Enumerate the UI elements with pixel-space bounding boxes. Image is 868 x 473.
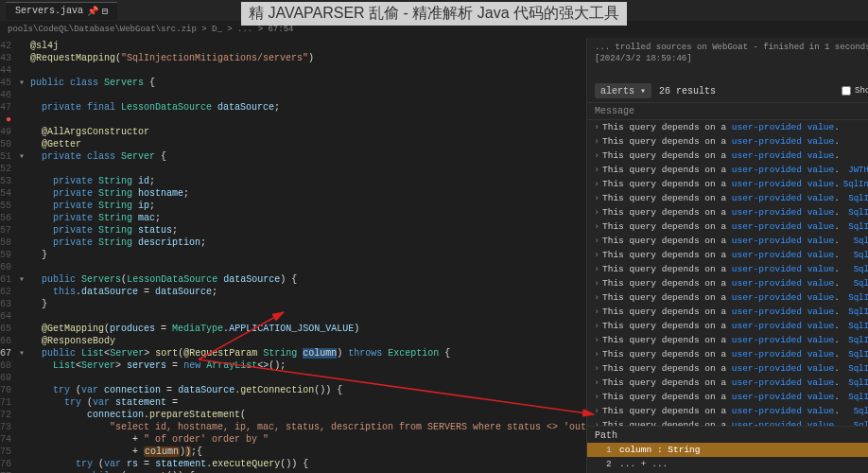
result-row[interactable]: › This query depends on a user-provided … xyxy=(587,361,868,376)
chevron-right-icon[interactable]: › xyxy=(591,250,602,260)
result-row[interactable]: › This query depends on a user-provided … xyxy=(587,276,868,290)
result-row[interactable]: › This query depends on a user-provided … xyxy=(587,219,868,234)
code-line[interactable]: + column));{ xyxy=(19,446,586,458)
chevron-right-icon[interactable]: › xyxy=(591,136,602,147)
code-line[interactable]: try (var connection = dataSource.getConn… xyxy=(19,384,586,396)
chevron-right-icon[interactable]: › xyxy=(591,122,602,132)
result-location[interactable]: SqlInjectionChallenge.java:65:54 xyxy=(840,180,868,189)
code-line[interactable]: try (var rs = statement.executeQuery()) … xyxy=(19,458,586,470)
close-icon[interactable]: ⊟ xyxy=(102,6,108,17)
result-row[interactable]: › This query depends on a user-provided … xyxy=(587,376,868,390)
result-row[interactable]: › This query depends on a user-provided … xyxy=(587,333,868,347)
result-location[interactable]: SqlInjectionLesson8.java:158:31 xyxy=(844,393,868,402)
code-line[interactable]: List<Server> servers = new ArrayList<>()… xyxy=(19,359,586,372)
code-line[interactable]: "select id, hostname, ip, mac, status, d… xyxy=(19,421,586,433)
results-list[interactable]: › This query depends on a user-provided … xyxy=(587,120,868,426)
chevron-right-icon[interactable]: › xyxy=(591,193,602,203)
result-location[interactable]: SqlInjectionLesson6a.java:74:52 xyxy=(844,208,868,218)
alerts-dropdown[interactable]: alerts ▾ xyxy=(595,83,651,98)
result-location[interactable]: SqlInjectionLesson5a.java:67:52 xyxy=(844,293,868,303)
code-line[interactable]: @AllArgsConstructor xyxy=(19,126,586,138)
result-row[interactable]: › This query depends on a user-provided … xyxy=(587,163,868,177)
result-location[interactable]: JWTHeaderKIDEndpoint.java:92:39 xyxy=(844,166,868,175)
code-line[interactable]: ▾ private class Server { xyxy=(19,150,586,163)
result-row[interactable]: › This query depends on a user-provided … xyxy=(587,418,868,426)
chevron-right-icon[interactable]: › xyxy=(591,349,602,359)
code-line[interactable]: this.dataSource = dataSource; xyxy=(19,286,586,298)
code-editor[interactable]: 424344454647●495051525354555657585960616… xyxy=(0,38,586,473)
result-row[interactable]: › This query depends on a user-provided … xyxy=(587,404,868,418)
chevron-right-icon[interactable]: › xyxy=(591,292,602,303)
result-row[interactable]: › This query depends on a user-provided … xyxy=(587,390,868,404)
code-line[interactable]: private String status; xyxy=(19,224,586,236)
result-row[interactable]: › This query depends on a user-provided … xyxy=(587,191,868,205)
path-row[interactable]: 2... + ...Servers.java:73:15 xyxy=(587,457,868,471)
result-row[interactable]: › This query depends on a user-provided … xyxy=(587,305,868,319)
code-line[interactable]: private String description; xyxy=(19,236,586,249)
path-row[interactable]: 1column : StringServers.java:67:28 xyxy=(587,443,868,457)
result-location[interactable]: SqlInjectionLesson8.java:158:31 xyxy=(844,350,868,359)
code-line[interactable] xyxy=(19,310,586,323)
chevron-right-icon[interactable]: › xyxy=(591,392,602,402)
code-line[interactable]: ▾ public Servers(LessonDataSource dataSo… xyxy=(19,273,586,286)
result-row[interactable]: › This query depends on a user-provided … xyxy=(587,134,868,149)
chevron-right-icon[interactable]: › xyxy=(591,406,602,416)
result-location[interactable]: SqlInjectionLesson10.java:72:15 xyxy=(844,222,868,232)
result-row[interactable]: › This query depends on a user-provided … xyxy=(587,234,868,248)
chevron-right-icon[interactable]: › xyxy=(591,321,602,331)
code-area[interactable]: @sl4j @RequestMapping("SqlInjectionMitig… xyxy=(19,38,586,473)
result-location[interactable]: SqlInjectionLesson8.java:62:33 xyxy=(850,251,868,260)
code-line[interactable]: private String ip; xyxy=(19,200,586,212)
code-line[interactable]: private String hostname; xyxy=(19,187,586,200)
code-line[interactable]: try (var statement = xyxy=(19,396,586,409)
chevron-right-icon[interactable]: › xyxy=(591,363,602,374)
code-line[interactable]: private String mac; xyxy=(19,212,586,224)
result-location[interactable]: SqlInjectionLesson5a.java:67:52 xyxy=(844,322,868,331)
code-line[interactable]: } xyxy=(19,298,586,310)
result-location[interactable]: SqlInjectionLesson5.java:80:32 xyxy=(850,279,868,289)
code-line[interactable]: connection.prepareStatement( xyxy=(19,409,586,421)
code-line[interactable] xyxy=(19,372,586,384)
result-location[interactable]: SqlInjectionLesson8.java:62:33 xyxy=(850,265,868,274)
chevron-right-icon[interactable]: › xyxy=(591,207,602,218)
result-location[interactable]: SqlInjectionLesson9.java:65:60 xyxy=(850,236,868,246)
code-line[interactable] xyxy=(19,64,586,77)
problems-checkbox[interactable]: Show results in Problems view xyxy=(842,86,868,96)
result-location[interactable]: SqlInjectionLesson6a.java:74:52 xyxy=(844,194,868,203)
code-line[interactable]: @ResponseBody xyxy=(19,335,586,347)
chevron-right-icon[interactable]: › xyxy=(591,264,602,274)
code-line[interactable]: @RequestMapping("SqlInjectionMitigations… xyxy=(19,52,586,64)
pin-icon[interactable]: 📌 xyxy=(87,6,98,17)
code-line[interactable]: @GetMapping(produces = MediaType.APPLICA… xyxy=(19,323,586,335)
chevron-right-icon[interactable]: › xyxy=(591,236,602,246)
result-row[interactable]: › This query depends on a user-provided … xyxy=(587,319,868,333)
tab-servers[interactable]: Servers.java 📌 ⊟ xyxy=(6,2,117,20)
code-line[interactable]: @sl4j xyxy=(19,40,586,52)
code-line[interactable]: ▾ public class Servers { xyxy=(19,77,586,89)
result-location[interactable]: SqlInjectionLesson8.java:158:31 xyxy=(844,336,868,345)
chevron-right-icon[interactable]: › xyxy=(591,377,602,388)
code-line[interactable] xyxy=(19,114,586,126)
code-line[interactable]: + " of order' order by " xyxy=(19,433,586,446)
problems-checkbox-input[interactable] xyxy=(842,86,851,96)
result-row[interactable]: › This query depends on a user-provided … xyxy=(587,347,868,361)
result-row[interactable]: › This query depends on a user-provided … xyxy=(587,290,868,305)
result-location[interactable]: SqlInjectionLesson8.java:158:31 xyxy=(844,378,868,388)
code-line[interactable] xyxy=(19,163,586,175)
chevron-right-icon[interactable]: › xyxy=(591,150,602,161)
result-row[interactable]: › This query depends on a user-provided … xyxy=(587,177,868,191)
result-row[interactable]: › This query depends on a user-provided … xyxy=(587,149,868,163)
code-line[interactable]: private final LessonDataSource dataSourc… xyxy=(19,101,586,114)
result-row[interactable]: › This query depends on a user-provided … xyxy=(587,262,868,276)
chevron-right-icon[interactable]: › xyxy=(591,335,602,345)
result-row[interactable]: › This query depends on a user-provided … xyxy=(587,205,868,219)
result-location[interactable]: SqlInjectionLesson8.java:158:31 xyxy=(844,364,868,374)
code-line[interactable]: } xyxy=(19,249,586,261)
code-line[interactable] xyxy=(19,261,586,273)
chevron-right-icon[interactable]: › xyxy=(591,221,602,232)
result-location[interactable]: SqlInjectionLesson5a.java:67:52 xyxy=(844,307,868,317)
tainted-link[interactable]: SqlTainted.ql xyxy=(595,64,868,76)
chevron-right-icon[interactable]: › xyxy=(591,179,602,189)
chevron-right-icon[interactable]: › xyxy=(591,278,602,289)
result-row[interactable]: › This query depends on a user-provided … xyxy=(587,120,868,134)
